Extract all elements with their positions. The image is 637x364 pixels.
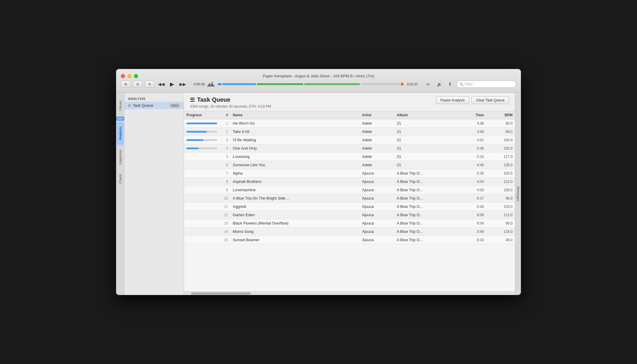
row-number: 4 [220,144,230,153]
track-bpm: 156.0 [486,186,515,194]
volume-icon[interactable]: 🔊 [435,81,444,87]
track-artist: Ajuuca [360,178,394,186]
row-number: 7 [220,169,230,178]
clear-task-queue-button[interactable]: Clear Task Queue [471,96,509,104]
loop-icon[interactable]: ⇌ [423,81,433,88]
close-button[interactable] [121,74,125,78]
analysis-badge: 4344 [116,117,125,121]
track-album: A Blue Trip O... [394,211,459,219]
table-row[interactable]: 9LovemachineAjuucaA Blue Trip O...4:0315… [184,186,515,194]
messages-tab[interactable]: Messages [515,93,521,295]
track-album: 21 [394,161,459,169]
pause-analysis-button[interactable]: Pause Analysis [436,96,469,104]
track-bpm: 155.0 [486,144,515,153]
track-bpm: 103.5 [486,169,515,178]
main-panel: ☰ Task Queue 4344 songs, 20 minutes 30 s… [184,93,515,295]
progress-cell [184,178,220,186]
track-album: 21 [394,144,459,153]
track-artist: Ajuuca [360,169,394,178]
track-time: 5:40 [459,203,486,211]
track-time: 6:24 [459,236,486,244]
track-time: 4:04 [459,178,486,186]
sidebar-item-task-queue[interactable]: ⊟ Task Queue 4344 [124,102,184,109]
sidebar-tab-library[interactable]: Library [117,96,124,115]
window-title: Paper Aeroplane - Angus & Julia Stone - … [121,74,516,78]
row-number: 13 [220,219,230,228]
track-time: 5:30 [459,169,486,178]
track-time: 5:16 [459,153,486,161]
sidebar-nav: ANALYSIS ⊟ Task Queue 4344 [124,93,184,295]
panel-title: Task Queue [197,96,230,103]
main-content: Library 4344 Analysis Inspection Charts … [116,93,521,295]
table-row[interactable]: 11AggrediAjuucaA Blue Trip O...5:40153.0 [184,203,515,211]
horizontal-scrollbar-thumb[interactable] [191,292,251,295]
filter-box[interactable]: 🔍 Filter [457,81,516,88]
sidebar-tab-charts[interactable]: Charts [117,169,124,188]
table-row[interactable]: 15Sunset BeamerAjuucaA Blue Trip O...6:2… [184,236,515,244]
col-num: # [220,111,230,119]
minimize-button[interactable] [127,74,132,78]
share-button[interactable]: ⬆ [446,81,454,87]
track-time: 6:17 [459,194,486,203]
waveform-icon [207,82,214,87]
table-row[interactable]: 7AlphaAjuucaA Blue Trip O...5:30103.5 [184,169,515,178]
col-name: Name [230,111,360,119]
col-album: Album [394,111,459,119]
track-bpm: 46.0 [486,236,515,244]
sidebar-tab-inspection[interactable]: Inspection [117,145,124,169]
maximize-button[interactable] [134,74,138,78]
track-name: One And Only [230,144,360,153]
progress-cell [184,203,220,211]
track-time: 5:48 [459,144,486,153]
track-bpm: 69.0 [486,128,515,136]
col-bpm: BPM [486,111,515,119]
task-queue-icon: ⊟ [128,103,131,108]
progress-cell [184,153,220,161]
track-album: 21 [394,136,459,144]
rewind-button[interactable]: ◀◀ [157,81,166,88]
table-row[interactable]: 6Someone Like YouAdele214:45135.0 [184,161,515,169]
titlebar: Paper Aeroplane - Angus & Julia Stone - … [116,69,521,93]
track-bpm: 112.0 [486,178,515,186]
track-time: 3:48 [459,128,486,136]
track-artist: Ajuuca [360,219,394,228]
track-time: 4:01 [459,136,486,144]
filter-placeholder: Filter [465,82,473,86]
table-row[interactable]: 10A Blue Trip On The Bright Side ...Ajuu… [184,194,515,203]
track-artist: Ajuuca [360,186,394,194]
library-view-btn[interactable]: ⊞ [121,81,130,88]
track-name: I'll Be Waiting [230,136,360,144]
table-row[interactable]: 14Moms SongAjuucaA Blue Trip O...3:49116… [184,228,515,236]
track-name: Lovesong [230,153,360,161]
play-button[interactable]: ▶ [167,81,177,88]
table-row[interactable]: 1He Won't GoAdele214:3880.0 [184,119,515,128]
table-row[interactable]: 13Black Flowers (Mental Overflow)AjuucaA… [184,219,515,228]
sidebar-item-label: Task Queue [133,103,168,108]
sort-btn[interactable]: ⇅ [145,81,154,88]
progress-cell [184,161,220,169]
fast-forward-button[interactable]: ▶▶ [178,81,188,88]
track-time: 8:09 [459,211,486,219]
track-album: A Blue Trip O... [394,228,459,236]
track-artist: Ajuuca [360,228,394,236]
table-row[interactable]: 5LovesongAdele215:16117.0 [184,153,515,161]
track-bpm: 153.0 [486,203,515,211]
sidebar-section-title: ANALYSIS [124,96,184,102]
panel-title-icon: ☰ [190,97,195,103]
table-row[interactable]: 4One And OnlyAdele215:48155.0 [184,144,515,153]
table-header-row: Progress # Name Artist Album Time BPM [184,111,515,119]
bottom-scrollbar [184,291,515,295]
table-row[interactable]: 2Take It AllAdele213:4869.0 [184,128,515,136]
track-album: A Blue Trip O... [394,194,459,203]
track-bpm: 98.8 [486,194,515,203]
sidebar-tab-analysis[interactable]: Analysis [117,122,124,145]
track-name: Lovemachine [230,186,360,194]
track-time: 8:04 [459,219,486,228]
track-album: 21 [394,119,459,128]
table-row[interactable]: 3I'll Be WaitingAdele214:01160.0 [184,136,515,144]
row-number: 6 [220,161,230,169]
track-album: A Blue Trip O... [394,236,459,244]
table-row[interactable]: 8Asphalt BrothersAjuucaA Blue Trip O...4… [184,178,515,186]
table-row[interactable]: 12Garten EdenAjuucaA Blue Trip O...8:091… [184,211,515,219]
grid-view-btn[interactable]: ⊟ [133,81,142,88]
